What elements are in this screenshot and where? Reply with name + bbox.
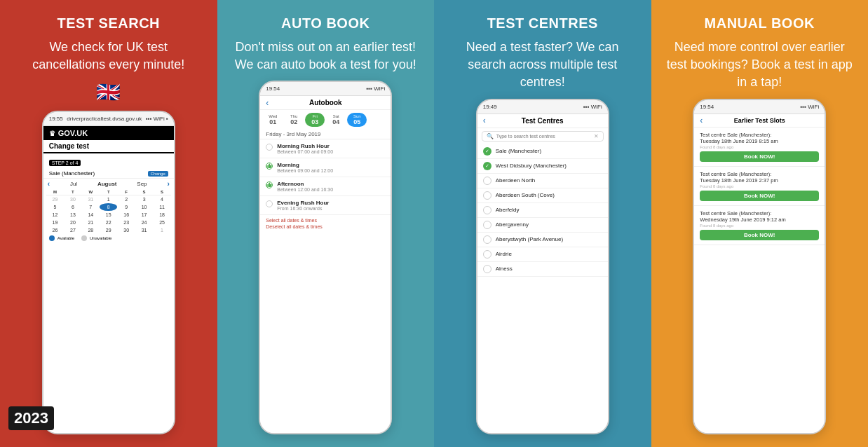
next-month-arrow[interactable]: › — [167, 180, 169, 188]
prev-month-arrow[interactable]: ‹ — [48, 180, 50, 188]
current-month: August — [97, 181, 117, 187]
centres-title: Test Centres — [522, 117, 564, 125]
centre-item-sale[interactable]: ✓ Sale (Manchester) — [477, 144, 608, 159]
check-empty-alness — [483, 265, 491, 273]
book-now-button-2[interactable]: Book NOW! — [700, 191, 819, 201]
year-badge: 2023 — [8, 406, 54, 430]
phone-mockup-3: 19:49 ▪▪▪ WiFi ‹ Test Centres 🔍 ✕ ✓ Sale… — [476, 99, 609, 434]
time-slot-morning[interactable]: Morning Between 09:00 and 12:00 — [260, 158, 391, 177]
slot-radio-evening-rush[interactable] — [266, 200, 273, 207]
cal-week-3: 121314 15161718 — [46, 211, 171, 219]
slot-card-1: Test centre Sale (Manchester): Tuesday 1… — [694, 128, 825, 167]
change-test-label: Change test — [49, 142, 168, 150]
phone-url-1: driverpracticaltest.dvsa.gov.uk — [67, 116, 142, 122]
date-tab-fri[interactable]: Fri 03 — [305, 113, 325, 127]
centre-name-sale: Sale (Manchester) — [496, 148, 541, 154]
deselect-all-link[interactable]: Deselect all dates & times — [266, 224, 385, 229]
slot-radio-afternoon[interactable] — [266, 181, 273, 188]
gov-header: ♛ GOV.UK — [43, 126, 174, 140]
change-button[interactable]: Change — [148, 171, 168, 177]
centre-name-aberystwyth: Aberystwyth (Park Avenue) — [496, 236, 563, 242]
gov-subheader: Change test — [43, 140, 174, 153]
slot-card-2: Test centre Sale (Manchester): Tuesday 1… — [694, 167, 825, 206]
available-dot-icon — [49, 235, 55, 241]
panel-auto-book-title: AUTO BOOK — [281, 15, 369, 32]
time-slot-evening-rush[interactable]: Evening Rush Hour From 16:30 onwards — [260, 196, 391, 215]
back-arrow-icon-4[interactable]: ‹ — [700, 116, 703, 125]
panel-auto-book: AUTO BOOK Don't miss out on an earlier t… — [217, 0, 435, 447]
phone-time-2: 19:54 — [266, 85, 280, 92]
panel-manual-book-desc: Need more control over earlier test book… — [664, 39, 856, 92]
centre-item-west-didsbury[interactable]: ✓ West Didsbury (Manchester) — [477, 159, 608, 174]
gov-label: GOV.UK — [58, 129, 88, 137]
centre-name-abergavenny: Abergavenny — [496, 221, 529, 228]
unavailable-label: Unavailable — [90, 236, 111, 240]
available-label: Available — [57, 236, 74, 240]
phone-mockup-2: 19:54 ▪▪▪ WiFi ‹ Autobook Wed 01 Thu 02 … — [259, 81, 392, 434]
centre-name-airdrie: Airdrie — [496, 251, 512, 257]
date-tabs: Wed 01 Thu 02 Fri 03 Sat 04 Sun 05 — [260, 110, 391, 130]
slot-card-found-2: Found 8 days ago — [700, 184, 819, 188]
slot-time-morning-rush: Between 07:00 and 09:00 — [277, 149, 333, 154]
date-label: Friday - 3rd May 2019 — [260, 130, 391, 139]
cal-week-5: 262728 293031 1 — [46, 226, 171, 234]
centre-item-aberystwyth[interactable]: Aberystwyth (Park Avenue) — [477, 233, 608, 247]
slot-time-morning: Between 09:00 and 12:00 — [277, 168, 333, 173]
panel-test-centres-title: TEST CENTRES — [487, 15, 598, 32]
slot-name-morning-rush: Morning Rush Hour — [277, 143, 333, 149]
back-arrow-icon[interactable]: ‹ — [266, 98, 269, 108]
slot-card-found-3: Found 8 days ago — [700, 224, 819, 228]
slot-time-evening-rush: From 16:30 onwards — [277, 206, 329, 211]
search-input[interactable] — [496, 134, 591, 139]
clear-icon[interactable]: ✕ — [594, 133, 599, 139]
check-empty-aberfeldy — [483, 206, 491, 214]
slot-radio-morning[interactable] — [266, 163, 273, 170]
book-now-button-1[interactable]: Book NOW! — [700, 151, 819, 162]
centre-item-abergavenny[interactable]: Abergavenny — [477, 218, 608, 233]
date-tab-sun[interactable]: Sun 05 — [347, 113, 367, 127]
panel-test-search-title: TEST SEARCH — [57, 15, 160, 32]
autobook-header: ‹ Autobook — [260, 96, 391, 110]
search-bar[interactable]: 🔍 ✕ — [482, 131, 604, 142]
slot-radio-morning-rush[interactable] — [266, 144, 273, 151]
centre-item-aberdeen-north[interactable]: Aberdeen North — [477, 174, 608, 188]
phone-status-bar-3: 19:49 ▪▪▪ WiFi — [477, 100, 608, 114]
back-arrow-icon-3[interactable]: ‹ — [483, 116, 486, 125]
centre-item-airdrie[interactable]: Airdrie — [477, 247, 608, 262]
panel-test-centres: TEST CENTRES Need a test faster? We can … — [434, 0, 651, 447]
date-tab-sat[interactable]: Sat 04 — [326, 113, 346, 127]
phone-time-4: 19:54 — [700, 104, 714, 110]
centre-item-alness[interactable]: Alness — [477, 262, 608, 277]
centre-name-aberdeen-south: Aberdeen South (Cove) — [496, 192, 555, 198]
time-slot-morning-rush[interactable]: Morning Rush Hour Between 07:00 and 09:0… — [260, 139, 391, 158]
cal-week-1: 293031 1234 — [46, 195, 171, 203]
cal-week-4: 192021 22232425 — [46, 219, 171, 226]
date-tab-thu[interactable]: Thu 02 — [284, 113, 304, 127]
earlier-header: ‹ Earlier Test Slots — [694, 114, 825, 128]
link-row: Select all dates & times Deselect all da… — [260, 215, 391, 232]
centre-item-aberdeen-south[interactable]: Aberdeen South (Cove) — [477, 188, 608, 203]
location-name: Sale (Manchester) — [49, 170, 95, 177]
centre-item-aberfeldy[interactable]: Aberfeldy — [477, 203, 608, 218]
phone-status-bar-2: 19:54 ▪▪▪ WiFi — [260, 82, 391, 96]
panel-auto-book-desc: Don't miss out on an earlier test! We ca… — [230, 39, 422, 74]
book-now-button-3[interactable]: Book NOW! — [700, 230, 819, 240]
phone-screen-3: ‹ Test Centres 🔍 ✕ ✓ Sale (Manchester) ✓… — [477, 114, 608, 433]
centre-name-west-didsbury: West Didsbury (Manchester) — [496, 163, 567, 169]
calendar-nav: ‹ Jul August Sep › — [43, 179, 174, 189]
panel-test-centres-desc: Need a test faster? We can search across… — [447, 39, 639, 92]
date-tab-wed[interactable]: Wed 01 — [263, 113, 283, 127]
phone-signal-1: ▪▪▪ WiFi ▪ — [146, 116, 168, 122]
panel-manual-book: MANUAL BOOK Need more control over earli… — [651, 0, 869, 447]
panel-test-search-desc: We check for UK test cancellations every… — [13, 39, 205, 74]
phone-time-3: 19:49 — [483, 104, 497, 110]
unavailable-dot-icon — [81, 235, 87, 241]
panel-manual-book-title: MANUAL BOOK — [705, 15, 815, 32]
slot-info-afternoon: Afternoon Between 12:00 and 16:30 — [277, 181, 333, 192]
phone-status-bar-4: 19:54 ▪▪▪ WiFi — [694, 100, 825, 114]
check-empty-airdrie — [483, 250, 491, 259]
select-all-link[interactable]: Select all dates & times — [266, 218, 385, 223]
check-empty-aberystwyth — [483, 235, 491, 244]
step-badge: STEP 2 of 4 — [49, 160, 81, 166]
time-slot-afternoon[interactable]: Afternoon Between 12:00 and 16:30 — [260, 177, 391, 196]
